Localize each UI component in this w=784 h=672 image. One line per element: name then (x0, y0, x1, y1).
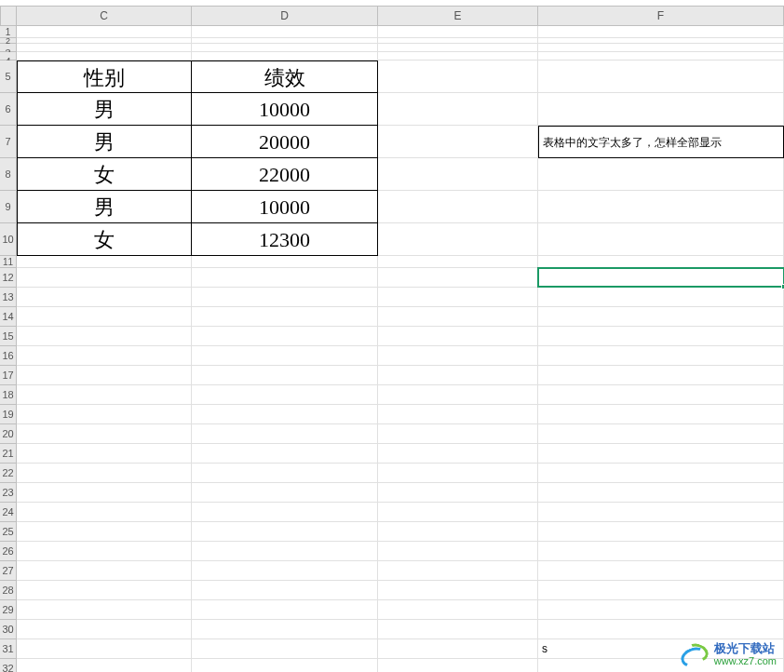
cell-E14[interactable] (378, 307, 538, 327)
row-header-27[interactable]: 27 (0, 561, 17, 581)
cell-E27[interactable] (378, 561, 538, 581)
cell-F22[interactable] (538, 464, 784, 483)
cell-F16[interactable] (538, 346, 784, 366)
cell-D4[interactable] (192, 52, 378, 60)
cell-C24[interactable] (17, 503, 192, 522)
cell-E8[interactable] (378, 158, 538, 191)
cell-F4[interactable] (538, 52, 784, 60)
row-header-5[interactable]: 5 (0, 60, 17, 93)
cell-C25[interactable] (17, 522, 192, 542)
row-header-12[interactable]: 12 (0, 268, 17, 288)
row-header-9[interactable]: 9 (0, 191, 17, 223)
cell-E21[interactable] (378, 444, 538, 464)
cell-E11[interactable] (378, 256, 538, 268)
row-header-19[interactable]: 19 (0, 405, 17, 424)
cell-C11[interactable] (17, 256, 192, 268)
cell-F24[interactable] (538, 503, 784, 522)
row-header-20[interactable]: 20 (0, 424, 17, 444)
cell-E12[interactable] (378, 268, 538, 288)
cell-E19[interactable] (378, 405, 538, 424)
row-header-14[interactable]: 14 (0, 307, 17, 327)
cell-D7[interactable]: 20000 (192, 126, 378, 158)
cell-D21[interactable] (192, 444, 378, 464)
cell-C17[interactable] (17, 366, 192, 385)
cell-E18[interactable] (378, 385, 538, 405)
cell-F13[interactable] (538, 288, 784, 307)
cell-E26[interactable] (378, 542, 538, 561)
row-header-13[interactable]: 13 (0, 288, 17, 307)
row-header-29[interactable]: 29 (0, 600, 17, 620)
column-header-F[interactable]: F (538, 6, 784, 26)
cell-F18[interactable] (538, 385, 784, 405)
cell-C30[interactable] (17, 620, 192, 639)
cell-F10[interactable] (538, 223, 784, 256)
cell-D3[interactable] (192, 44, 378, 52)
cell-F21[interactable] (538, 444, 784, 464)
cell-E5[interactable] (378, 60, 538, 93)
cell-C18[interactable] (17, 385, 192, 405)
cell-F15[interactable] (538, 327, 784, 346)
cell-D12[interactable] (192, 268, 378, 288)
cell-D32[interactable] (192, 659, 378, 672)
cell-F7[interactable]: 表格中的文字太多了，怎样全部显示 (538, 126, 784, 158)
cell-C19[interactable] (17, 405, 192, 424)
cell-F26[interactable] (538, 542, 784, 561)
cell-C7[interactable]: 男 (17, 126, 192, 158)
row-header-18[interactable]: 18 (0, 385, 17, 405)
cell-E16[interactable] (378, 346, 538, 366)
column-header-C[interactable]: C (17, 6, 192, 26)
row-header-30[interactable]: 30 (0, 620, 17, 639)
cell-E30[interactable] (378, 620, 538, 639)
cell-E4[interactable] (378, 52, 538, 60)
cell-F12[interactable] (538, 268, 784, 288)
row-header-25[interactable]: 25 (0, 522, 17, 542)
cell-C3[interactable] (17, 44, 192, 52)
cell-D1[interactable] (192, 26, 378, 38)
cell-C6[interactable]: 男 (17, 93, 192, 126)
row-header-11[interactable]: 11 (0, 256, 17, 268)
cell-D9[interactable]: 10000 (192, 191, 378, 223)
cell-D10[interactable]: 12300 (192, 223, 378, 256)
row-header-8[interactable]: 8 (0, 158, 17, 191)
cell-E1[interactable] (378, 26, 538, 38)
row-header-16[interactable]: 16 (0, 346, 17, 366)
row-header-32[interactable]: 32 (0, 659, 17, 672)
cell-C9[interactable]: 男 (17, 191, 192, 223)
row-header-10[interactable]: 10 (0, 223, 17, 256)
cell-C13[interactable] (17, 288, 192, 307)
cell-F11[interactable] (538, 256, 784, 268)
cell-F6[interactable] (538, 93, 784, 126)
cell-D31[interactable] (192, 639, 378, 659)
cell-C14[interactable] (17, 307, 192, 327)
column-header-D[interactable]: D (192, 6, 378, 26)
cell-D18[interactable] (192, 385, 378, 405)
row-header-4[interactable]: 4 (0, 52, 17, 60)
row-header-6[interactable]: 6 (0, 93, 17, 126)
cell-C20[interactable] (17, 424, 192, 444)
cell-F23[interactable] (538, 483, 784, 503)
cell-E13[interactable] (378, 288, 538, 307)
row-header-22[interactable]: 22 (0, 464, 17, 483)
cell-E32[interactable] (378, 659, 538, 672)
select-all-corner[interactable] (0, 6, 17, 26)
row-header-31[interactable]: 31 (0, 639, 17, 659)
cell-D30[interactable] (192, 620, 378, 639)
cell-F28[interactable] (538, 581, 784, 600)
cell-F14[interactable] (538, 307, 784, 327)
cell-F27[interactable] (538, 561, 784, 581)
cell-D5[interactable]: 绩效 (192, 60, 378, 93)
row-header-28[interactable]: 28 (0, 581, 17, 600)
cell-F17[interactable] (538, 366, 784, 385)
cell-F9[interactable] (538, 191, 784, 223)
cell-C1[interactable] (17, 26, 192, 38)
cell-D17[interactable] (192, 366, 378, 385)
cell-C27[interactable] (17, 561, 192, 581)
cell-D14[interactable] (192, 307, 378, 327)
cell-F29[interactable] (538, 600, 784, 620)
cell-D25[interactable] (192, 522, 378, 542)
cell-E17[interactable] (378, 366, 538, 385)
cell-D23[interactable] (192, 483, 378, 503)
row-header-7[interactable]: 7 (0, 126, 17, 158)
cell-C8[interactable]: 女 (17, 158, 192, 191)
cell-E7[interactable] (378, 126, 538, 158)
